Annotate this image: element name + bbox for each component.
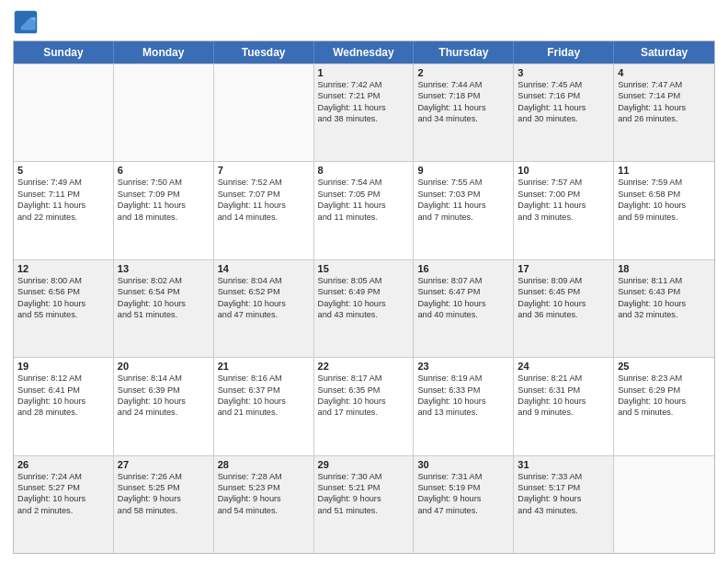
day-number: 15 [318, 263, 410, 274]
cell-line: Sunset: 6:52 PM [218, 286, 310, 297]
cell-line: Daylight: 10 hours [518, 396, 609, 407]
cell-line: Daylight: 10 hours [618, 396, 711, 407]
cell-line: and 34 minutes. [417, 113, 509, 124]
cell-line: Sunrise: 8:09 AM [518, 275, 609, 286]
cell-line: and 47 minutes. [417, 505, 509, 516]
cell-line: Daylight: 11 hours [618, 102, 711, 113]
day-number: 24 [518, 361, 609, 372]
table-row: 14Sunrise: 8:04 AMSunset: 6:52 PMDayligh… [214, 260, 314, 357]
cell-line: Sunset: 5:25 PM [118, 482, 210, 493]
table-row: 21Sunrise: 8:16 AMSunset: 6:37 PMDayligh… [214, 358, 314, 454]
day-number: 25 [618, 361, 711, 372]
cell-line: Sunrise: 7:31 AM [417, 471, 509, 482]
day-number: 29 [318, 459, 410, 470]
cell-line: and 58 minutes. [118, 505, 210, 516]
table-row: 10Sunrise: 7:57 AMSunset: 7:00 PMDayligh… [514, 162, 614, 259]
table-row: 16Sunrise: 8:07 AMSunset: 6:47 PMDayligh… [414, 260, 514, 357]
calendar-row-3: 12Sunrise: 8:00 AMSunset: 6:56 PMDayligh… [14, 259, 714, 357]
cell-line: Sunrise: 8:21 AM [518, 373, 609, 384]
cell-line: Daylight: 11 hours [417, 200, 509, 211]
cell-line: Sunrise: 8:16 AM [218, 373, 310, 384]
cell-line: Daylight: 10 hours [417, 396, 509, 407]
cell-line: and 24 minutes. [118, 407, 210, 418]
cell-line: Sunset: 6:47 PM [417, 286, 509, 297]
table-row: 18Sunrise: 8:11 AMSunset: 6:43 PMDayligh… [614, 260, 714, 357]
header-cell-thursday: Thursday [414, 41, 514, 63]
cell-line: Daylight: 11 hours [318, 102, 410, 113]
cell-line: and 28 minutes. [17, 407, 109, 418]
table-row: 22Sunrise: 8:17 AMSunset: 6:35 PMDayligh… [314, 358, 415, 454]
cell-line: Sunrise: 8:02 AM [118, 275, 210, 286]
cell-line: and 2 minutes. [17, 505, 109, 516]
cell-line: Daylight: 10 hours [618, 298, 711, 309]
day-number: 3 [518, 67, 609, 78]
cell-line: Daylight: 10 hours [318, 396, 410, 407]
cell-line: Sunrise: 8:11 AM [618, 275, 711, 286]
cell-line: Sunset: 7:16 PM [518, 90, 609, 101]
header-cell-tuesday: Tuesday [214, 41, 314, 63]
table-row: 29Sunrise: 7:30 AMSunset: 5:21 PMDayligh… [314, 456, 415, 553]
cell-line: Sunrise: 8:19 AM [417, 373, 509, 384]
cell-line: and 18 minutes. [118, 212, 210, 223]
calendar-row-5: 26Sunrise: 7:24 AMSunset: 5:27 PMDayligh… [14, 455, 714, 553]
cell-line: Daylight: 10 hours [17, 298, 109, 309]
cell-line: Sunrise: 7:52 AM [218, 177, 310, 188]
header [13, 9, 715, 35]
header-cell-monday: Monday [114, 41, 214, 63]
day-number: 13 [118, 263, 210, 274]
calendar-row-2: 5Sunrise: 7:49 AMSunset: 7:11 PMDaylight… [14, 161, 714, 259]
day-number: 10 [518, 165, 609, 176]
table-row: 7Sunrise: 7:52 AMSunset: 7:07 PMDaylight… [214, 162, 314, 259]
cell-line: Sunset: 5:21 PM [318, 482, 410, 493]
cell-line: Daylight: 9 hours [518, 493, 609, 504]
table-row: 1Sunrise: 7:42 AMSunset: 7:21 PMDaylight… [314, 64, 415, 161]
cell-line: Sunrise: 7:59 AM [618, 177, 711, 188]
cell-line: Daylight: 9 hours [218, 493, 310, 504]
logo-icon [13, 9, 39, 35]
calendar-body: 1Sunrise: 7:42 AMSunset: 7:21 PMDaylight… [14, 63, 714, 553]
cell-line: Daylight: 11 hours [518, 200, 609, 211]
cell-line: and 59 minutes. [618, 212, 711, 223]
cell-line: Sunrise: 8:05 AM [318, 275, 410, 286]
cell-line: Daylight: 11 hours [318, 200, 410, 211]
cell-line: and 13 minutes. [417, 407, 509, 418]
day-number: 21 [218, 361, 310, 372]
cell-line: Sunrise: 8:07 AM [417, 275, 509, 286]
cell-line: Sunrise: 7:42 AM [318, 79, 410, 90]
table-row: 2Sunrise: 7:44 AMSunset: 7:18 PMDaylight… [414, 64, 514, 161]
cell-line: Sunrise: 7:49 AM [17, 177, 109, 188]
day-number: 1 [318, 67, 410, 78]
cell-line: Sunrise: 7:26 AM [118, 471, 210, 482]
cell-line: and 17 minutes. [318, 407, 410, 418]
table-row: 26Sunrise: 7:24 AMSunset: 5:27 PMDayligh… [14, 456, 114, 553]
table-row [14, 64, 114, 161]
cell-line: Sunset: 6:49 PM [318, 286, 410, 297]
cell-line: Sunset: 6:39 PM [118, 385, 210, 396]
day-number: 4 [618, 67, 711, 78]
day-number: 16 [417, 263, 509, 274]
cell-line: Sunset: 7:18 PM [417, 90, 509, 101]
cell-line: Sunset: 6:41 PM [17, 385, 109, 396]
day-number: 23 [417, 361, 509, 372]
cell-line: and 30 minutes. [518, 113, 609, 124]
cell-line: Sunset: 6:29 PM [618, 385, 711, 396]
table-row: 9Sunrise: 7:55 AMSunset: 7:03 PMDaylight… [414, 162, 514, 259]
day-number: 9 [417, 165, 509, 176]
cell-line: Sunset: 5:23 PM [218, 482, 310, 493]
cell-line: Sunset: 6:35 PM [318, 385, 410, 396]
cell-line: Daylight: 10 hours [218, 396, 310, 407]
cell-line: Sunrise: 7:55 AM [417, 177, 509, 188]
cell-line: Sunrise: 8:17 AM [318, 373, 410, 384]
table-row: 23Sunrise: 8:19 AMSunset: 6:33 PMDayligh… [414, 358, 514, 454]
cell-line: Daylight: 10 hours [118, 298, 210, 309]
cell-line: Sunrise: 7:45 AM [518, 79, 609, 90]
table-row: 19Sunrise: 8:12 AMSunset: 6:41 PMDayligh… [14, 358, 114, 454]
page: SundayMondayTuesdayWednesdayThursdayFrid… [0, 0, 728, 563]
day-number: 19 [17, 361, 109, 372]
table-row: 25Sunrise: 8:23 AMSunset: 6:29 PMDayligh… [614, 358, 714, 454]
day-number: 8 [318, 165, 410, 176]
cell-line: Sunset: 6:43 PM [618, 286, 711, 297]
cell-line: Daylight: 11 hours [417, 102, 509, 113]
day-number: 31 [518, 459, 609, 470]
table-row: 15Sunrise: 8:05 AMSunset: 6:49 PMDayligh… [314, 260, 415, 357]
